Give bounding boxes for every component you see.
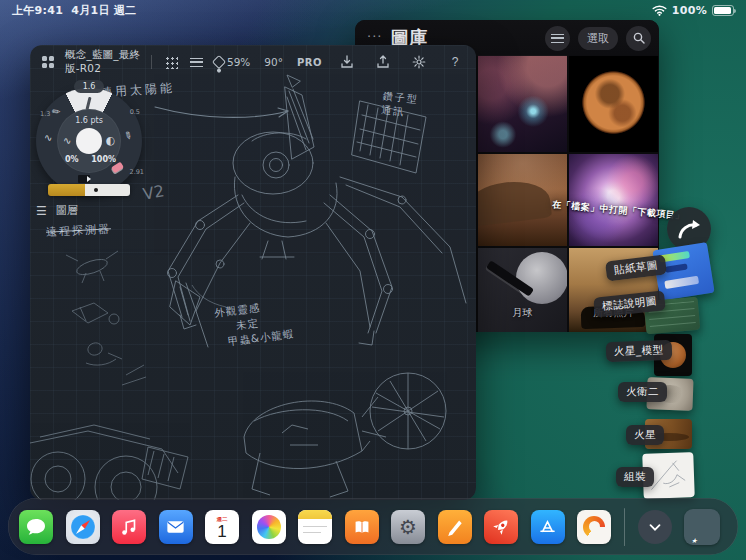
dock-app-calendar[interactable]: 週二 1	[205, 510, 239, 544]
pro-badge[interactable]: PRO	[297, 57, 322, 68]
opacity-max-label: 100%	[91, 155, 116, 164]
color-swatch-light[interactable]	[85, 184, 130, 196]
layers-button[interactable]: ☰ 圖層	[36, 203, 78, 218]
tool-wheel-center[interactable]	[76, 128, 102, 154]
dock-collapse-button[interactable]	[638, 510, 672, 544]
opacity-min-label: 0%	[65, 155, 79, 164]
calendar-day: 1	[217, 523, 226, 540]
status-bar: 上午9:414月1日 週二 100%	[0, 0, 746, 20]
export-icon	[376, 55, 390, 69]
dock-app-safari[interactable]	[66, 510, 100, 544]
help-button[interactable]: ?	[444, 51, 466, 73]
album-tile-moon[interactable]: 月球	[478, 248, 567, 332]
selection-tool-button[interactable]	[212, 51, 227, 73]
file-label: 火衛二	[618, 382, 667, 402]
file-label: 組裝	[616, 467, 654, 487]
dock-app-mail[interactable]	[159, 510, 193, 544]
dock-app-music[interactable]	[112, 510, 146, 544]
status-time: 上午9:41	[12, 4, 63, 17]
annotation-comm: 鑽子型 通訊	[381, 89, 420, 121]
color-bar-handle[interactable]	[94, 188, 98, 192]
brush-tool-icon[interactable]: ∿	[44, 132, 52, 143]
select-button[interactable]: 選取	[578, 27, 618, 50]
status-indicators: 100%	[652, 4, 734, 17]
battery-icon	[712, 5, 734, 16]
mail-icon	[164, 515, 187, 538]
rocket-icon	[489, 515, 513, 539]
layers-menu-button[interactable]	[189, 51, 204, 73]
dock: 週二 1 ⚙	[8, 498, 738, 555]
dock-app-sketch[interactable]	[438, 510, 472, 544]
dock-app-concepts[interactable]	[577, 510, 611, 544]
dock-app-books[interactable]	[345, 510, 379, 544]
dock-app-rocket[interactable]	[484, 510, 518, 544]
chevron-down-icon	[646, 518, 664, 536]
photo-tile-mars-planet[interactable]	[569, 55, 658, 152]
view-options-button[interactable]	[545, 26, 570, 51]
battery-percent: 100%	[672, 4, 707, 17]
toolbar-right: 59% 90° PRO	[227, 51, 466, 73]
concepts-toolbar: 概念_藍圖_最終版-R02 59% 90° PRO	[30, 45, 476, 79]
music-icon	[118, 516, 140, 538]
stroke-size-value: 1.6 pts	[57, 116, 121, 125]
precision-menu-button[interactable]	[164, 51, 179, 73]
safari-icon	[69, 513, 97, 541]
contrast-icon[interactable]: ◐	[105, 134, 115, 147]
photos-flower-icon	[257, 515, 281, 539]
layers-label: 圖層	[56, 203, 78, 218]
import-icon	[340, 55, 354, 69]
menu-lines-icon	[190, 58, 203, 67]
dock-app-library[interactable]	[684, 509, 720, 545]
dock-app-photos[interactable]	[252, 510, 286, 544]
dock-divider	[624, 508, 626, 546]
ring-size-label: 2.91	[130, 168, 144, 176]
file-label: 火星_模型	[606, 340, 672, 362]
dock-app-settings[interactable]: ⚙	[391, 510, 425, 544]
document-title[interactable]: 概念_藍圖_最終版-R02	[65, 48, 141, 76]
marker-tool-icon[interactable]	[78, 175, 90, 183]
settings-button[interactable]	[408, 51, 430, 73]
ipad-screen: 上午9:414月1日 週二 100% ··· 圖庫 選取	[0, 0, 746, 560]
layers-icon: ☰	[36, 204, 47, 218]
lasso-icon	[212, 55, 226, 69]
color-swatch-gold[interactable]	[48, 184, 85, 196]
album-label: 月球	[478, 306, 567, 320]
photo-tile-nebula[interactable]	[478, 55, 567, 152]
concepts-c-icon	[583, 516, 605, 538]
tool-wheel[interactable]: 1.3 0.5 2.91 6.5 ∿ ✎ ✎ 1.6 pts ∿ ◐ 0% 10…	[36, 88, 142, 194]
ring-size-label: 1.3	[40, 110, 50, 118]
messages-icon	[24, 515, 48, 539]
search-button[interactable]	[626, 26, 651, 51]
notes-line-icon	[303, 532, 321, 534]
file-label: 火星	[626, 425, 664, 445]
rotation-angle[interactable]: 90°	[264, 56, 283, 68]
settings-gear-icon: ⚙	[399, 515, 417, 539]
gallery-actions: 選取	[545, 26, 651, 51]
separator	[151, 55, 152, 69]
pressure-icon[interactable]: ∿	[63, 135, 71, 146]
window-controls-icon[interactable]: ···	[367, 29, 382, 44]
wifi-icon	[652, 5, 667, 16]
status-date: 4月1日 週二	[71, 4, 136, 17]
dock-app-messages[interactable]	[19, 510, 53, 544]
pen-icon	[444, 516, 466, 538]
appstore-icon	[536, 515, 559, 538]
concepts-window: 轉用太陽能 鑽子型 通訊 V2 遠程探測器 外觀靈感 未定 甲蟲&小龍蝦 概念_…	[30, 45, 476, 500]
list-icon	[551, 34, 564, 43]
search-icon	[633, 32, 645, 44]
import-button[interactable]	[336, 51, 358, 73]
zoom-level[interactable]: 59%	[227, 56, 250, 68]
annotation-version: V2	[142, 181, 166, 203]
ring-size-label: 0.5	[130, 108, 140, 116]
forward-arrow-icon	[676, 217, 702, 241]
stroke-size-tab[interactable]: 1.6	[74, 80, 104, 93]
grid-icon	[42, 56, 54, 68]
dock-app-appstore[interactable]	[531, 510, 565, 544]
export-button[interactable]	[372, 51, 394, 73]
gallery-grid-button[interactable]	[40, 51, 55, 73]
annotation-inspiration: 外觀靈感 未定 甲蟲&小龍蝦	[214, 296, 296, 350]
dock-app-notes[interactable]	[298, 510, 332, 544]
color-bar[interactable]	[48, 184, 130, 196]
notes-line-icon	[303, 526, 327, 528]
status-datetime: 上午9:414月1日 週二	[12, 3, 144, 18]
